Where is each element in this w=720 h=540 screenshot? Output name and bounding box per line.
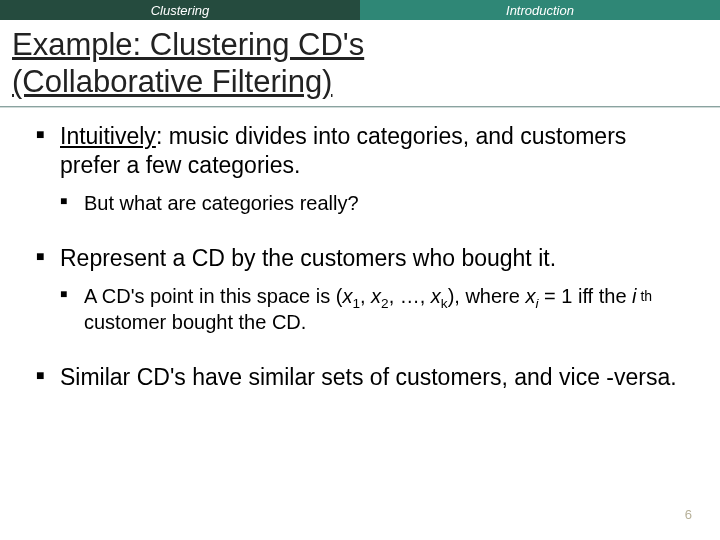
b2s-eq: = 1 iff the — [539, 285, 633, 307]
b2s-end: customer bought the CD. — [84, 311, 306, 333]
b2s-x1: x — [342, 285, 352, 307]
page-number: 6 — [685, 507, 692, 522]
b2s-sep1: , — [360, 285, 371, 307]
topbar: Clustering Introduction — [0, 0, 720, 20]
b2s-ik: k — [441, 296, 448, 311]
topbar-right-label: Introduction — [360, 0, 720, 20]
title-line2: (Collaborative Filtering) — [12, 64, 332, 99]
content-area: Intuitively: music divides into categori… — [0, 108, 720, 391]
b2s-i2: 2 — [381, 296, 389, 311]
bullet-1: Intuitively: music divides into categori… — [36, 122, 684, 216]
b2s-i1: 1 — [352, 296, 360, 311]
bullet-2-text: Represent a CD by the customers who boug… — [60, 245, 556, 271]
b2s-prefix: A CD's point in this space is ( — [84, 285, 342, 307]
b2s-th: th — [637, 288, 653, 304]
bullet-3: Similar CD's have similar sets of custom… — [36, 363, 684, 392]
title-line1: Example: Clustering CD's — [12, 27, 364, 62]
b2s-xi: x — [525, 285, 535, 307]
bullet-2: Represent a CD by the customers who boug… — [36, 244, 684, 335]
b2s-where: ), where — [448, 285, 526, 307]
b2s-xk: x — [431, 285, 441, 307]
bullet-1-lead: Intuitively — [60, 123, 156, 149]
b2s-ell: , …, — [389, 285, 431, 307]
bullet-list: Intuitively: music divides into categori… — [36, 122, 684, 391]
b2s-x2: x — [371, 285, 381, 307]
title-block: Example: Clustering CD's (Collaborative … — [0, 20, 720, 104]
topbar-left-label: Clustering — [0, 0, 360, 20]
bullet-1-sub: But what are categories really? — [60, 190, 684, 216]
b2s-i: i — [632, 285, 636, 307]
bullet-2-sub: A CD's point in this space is (x1, x2, …… — [60, 283, 684, 335]
slide: Clustering Introduction Example: Cluster… — [0, 0, 720, 540]
slide-title: Example: Clustering CD's (Collaborative … — [12, 26, 708, 100]
